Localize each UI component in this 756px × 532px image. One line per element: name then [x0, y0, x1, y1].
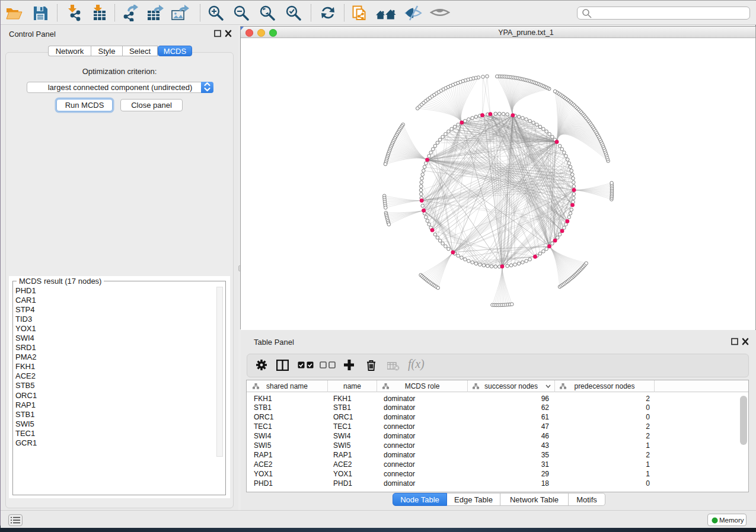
svg-text:f(x): f(x) — [408, 358, 425, 371]
